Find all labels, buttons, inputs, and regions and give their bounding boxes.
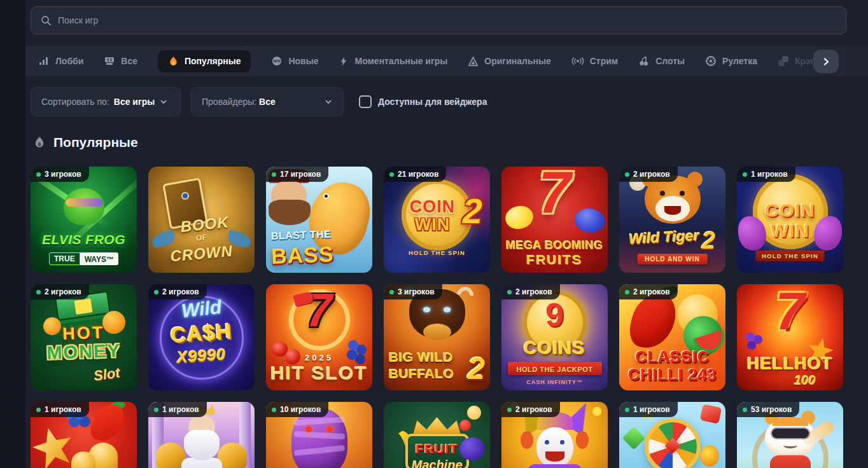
tab-new[interactable]: NEW Новые bbox=[271, 55, 318, 67]
tab-roulette[interactable]: Рулетка bbox=[705, 55, 757, 67]
game-tile-9-coins[interactable]: 2 игроков 9 COINS HOLD THE JACKPOT CASH … bbox=[501, 284, 608, 390]
coin-shape bbox=[467, 406, 481, 420]
crown-shape bbox=[414, 417, 461, 434]
game-subtitle: HOLD THE SPIN bbox=[755, 251, 825, 261]
game-title-line: FRUITS bbox=[501, 252, 608, 268]
game-tile-2025-hit-slot[interactable]: 7 2025 HIT SLOT bbox=[266, 284, 372, 390]
game-tile-wild-tiger-2[interactable]: 2 игроков Wild Tiger 2 HOLD AND WIN bbox=[619, 167, 725, 273]
art-shape bbox=[592, 407, 601, 416]
game-tile-wild-cash-x9990[interactable]: 2 игроков Wild CA$H X9990 bbox=[148, 284, 255, 390]
tab-all[interactable]: Все bbox=[104, 55, 137, 67]
players-badge: 53 игроков bbox=[737, 402, 799, 417]
wager-filter[interactable]: Доступны для вейджера bbox=[359, 95, 487, 108]
art-shape bbox=[521, 431, 533, 449]
originals-logo-icon bbox=[468, 56, 479, 67]
game-art: COIN WIN HOLD THE SPIN bbox=[737, 167, 843, 273]
game-art: FRUIT Machine bbox=[384, 402, 490, 468]
game-art: 9 COINS HOLD THE JACKPOT CASH INFINITY™ bbox=[501, 284, 608, 390]
chevron-right-icon bbox=[821, 57, 831, 67]
online-dot bbox=[272, 172, 276, 177]
game-tile-big-wild-buffalo-2[interactable]: 3 игроков BIG WILD BUFFALO 2 bbox=[384, 284, 490, 390]
gem-shape bbox=[700, 404, 722, 424]
tab-label: Все bbox=[121, 56, 137, 66]
tab-instant-games[interactable]: Моментальные игры bbox=[339, 56, 447, 67]
beard-shape bbox=[184, 430, 220, 460]
tab-stream[interactable]: Стрим bbox=[571, 55, 618, 67]
cherry-shape bbox=[459, 420, 471, 431]
broadcast-icon bbox=[571, 55, 584, 67]
candy-shape bbox=[700, 445, 719, 467]
game-title-line: ELVIS FROG bbox=[31, 232, 137, 247]
game-tile-mega-booming-fruits[interactable]: 7 MEGA BOOMING FRUITS bbox=[501, 167, 608, 273]
wager-checkbox[interactable] bbox=[359, 95, 372, 108]
game-art: Wild Tiger 2 HOLD AND WIN bbox=[619, 167, 725, 273]
providers-dropdown[interactable]: Провайдеры: Все bbox=[191, 87, 344, 116]
star-shape bbox=[31, 423, 77, 468]
game-title-line: CHILLI 243 bbox=[619, 366, 725, 384]
game-title-line: 2 bbox=[702, 228, 715, 252]
game-tile-classic-chilli-243[interactable]: 2 игроков CLASSIC CHILLI 243 bbox=[619, 284, 725, 390]
game-title-line: FRUIT bbox=[384, 441, 490, 457]
search-bar[interactable] bbox=[31, 6, 846, 34]
game-subtitle: CASH INFINITY™ bbox=[501, 379, 608, 385]
art-shape bbox=[423, 324, 451, 340]
players-badge: 2 игроков bbox=[148, 284, 207, 299]
art-shape bbox=[181, 192, 189, 200]
search-input[interactable] bbox=[58, 15, 837, 25]
tab-popular[interactable]: Популярные bbox=[158, 50, 251, 72]
game-title-line: HIT SLOT bbox=[266, 362, 372, 384]
game-title-line: MEGA BOOMING bbox=[501, 239, 608, 252]
online-dot bbox=[36, 172, 41, 177]
art-shape bbox=[680, 191, 685, 196]
game-tile-candy-bonanza[interactable]: 1 игроков bbox=[619, 402, 725, 468]
tab-label: Лобби bbox=[55, 56, 83, 66]
game-art: 7 MEGA BOOMING FRUITS bbox=[501, 167, 608, 273]
games-grid: 3 игроков ELVIS FROG TRUEWAYS™ BOOK OF C… bbox=[31, 167, 843, 468]
tabs-scroll-right-button[interactable] bbox=[813, 50, 839, 73]
game-title-line: 100 bbox=[794, 373, 815, 388]
game-tile-joker[interactable]: 2 игроков bbox=[501, 402, 608, 468]
tab-lobby[interactable]: Лобби bbox=[38, 55, 83, 67]
game-tile-blast-the-bass[interactable]: 17 игроков BLAST THE BASS bbox=[266, 167, 372, 273]
game-tile-fruit-machine[interactable]: FRUIT Machine bbox=[384, 402, 490, 468]
cherries-icon bbox=[638, 55, 650, 67]
game-subtitle: HOLD AND WIN bbox=[637, 254, 708, 265]
game-art: ELVIS FROG TRUEWAYS™ bbox=[31, 167, 137, 273]
game-tile-mummyland[interactable]: 10 игроков MUMMYLAND bbox=[266, 402, 372, 468]
game-art: 7 HELLHOT 100 bbox=[737, 284, 843, 390]
sort-dropdown[interactable]: Сортировать по: Все игры bbox=[31, 87, 181, 116]
art-shape bbox=[323, 193, 329, 199]
game-art: CLASSIC CHILLI 243 bbox=[619, 284, 725, 390]
frog-shape bbox=[64, 188, 104, 225]
sunglasses-shape bbox=[772, 429, 809, 438]
grapes-shape bbox=[348, 340, 358, 350]
game-tile-hot-money-slot[interactable]: 2 игроков HOT MONEY Slot bbox=[31, 284, 137, 390]
online-dot bbox=[507, 290, 512, 294]
game-title-line: Slot bbox=[93, 364, 122, 385]
game-title-line: 9 bbox=[501, 298, 608, 331]
game-tile-coin-win-2[interactable]: 21 игроков COIN WIN 2 HOLD THE SPIN bbox=[384, 167, 490, 273]
game-title-line: 2 bbox=[468, 354, 485, 384]
game-tile-hot-bells[interactable]: 1 игроков Hot bbox=[31, 402, 137, 468]
online-dot bbox=[389, 290, 394, 294]
tab-label: Популярные bbox=[185, 56, 241, 66]
players-badge: 17 игроков bbox=[266, 167, 328, 182]
game-tile-hell-hot-100[interactable]: 7 HELLHOT 100 bbox=[737, 284, 843, 390]
tab-slots[interactable]: Слоты bbox=[638, 55, 685, 67]
art-shape: TRUEWAYS™ bbox=[31, 252, 137, 265]
game-art: BIG WILD BUFFALO 2 bbox=[384, 284, 490, 390]
tab-originals[interactable]: Оригинальные bbox=[468, 56, 550, 67]
players-badge: 2 игроков bbox=[619, 167, 678, 182]
game-title-line: 2 bbox=[463, 193, 482, 229]
players-badge: 1 игроков bbox=[31, 402, 89, 417]
game-tile-zeus[interactable]: 1 игроков bbox=[148, 402, 255, 468]
game-tile-coin-win[interactable]: 1 игроков COIN WIN HOLD THE SPIN bbox=[737, 167, 843, 273]
art-shape bbox=[74, 298, 93, 314]
game-tile-elvis-frog-trueways[interactable]: 3 игроков ELVIS FROG TRUEWAYS™ bbox=[31, 167, 137, 273]
game-tile-book-of-crown[interactable]: BOOK OF CROWN bbox=[148, 167, 255, 273]
art-shape bbox=[269, 200, 311, 225]
flame-icon bbox=[33, 136, 46, 149]
online-dot bbox=[743, 408, 747, 412]
chevron-down-icon bbox=[159, 97, 168, 106]
game-tile-fortune-tiger-cat[interactable]: 53 игроков FORTUNE bbox=[737, 402, 843, 468]
